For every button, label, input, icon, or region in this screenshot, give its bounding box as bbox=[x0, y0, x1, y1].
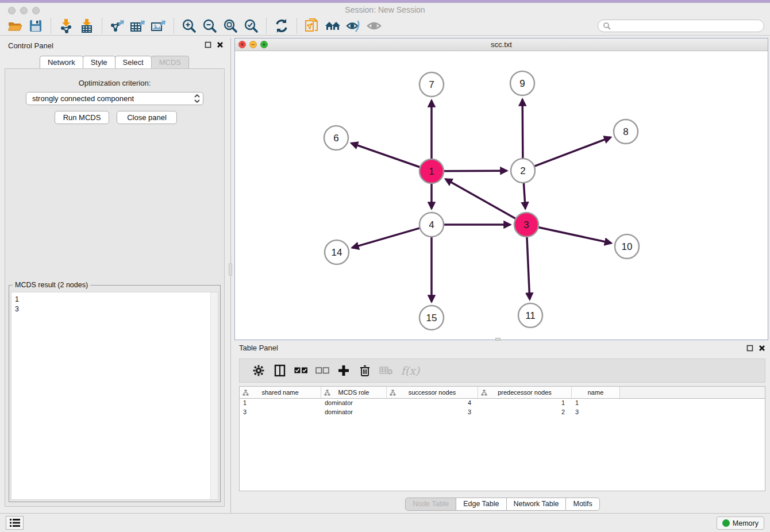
column-header-name[interactable]: name bbox=[572, 387, 620, 398]
close-panel-button[interactable]: Close panel bbox=[117, 111, 177, 124]
show-graphics-details-button[interactable] bbox=[364, 17, 384, 34]
graph-node-label: 7 bbox=[429, 79, 434, 90]
tab-edge-table[interactable]: Edge Table bbox=[456, 498, 506, 511]
clone-network-button[interactable] bbox=[302, 17, 322, 34]
import-network-icon bbox=[59, 18, 74, 33]
column-type-icon bbox=[242, 390, 249, 396]
import-table-button[interactable] bbox=[76, 17, 97, 34]
column-type-icon bbox=[390, 390, 396, 396]
export-network-button[interactable] bbox=[107, 17, 128, 34]
houses-icon bbox=[324, 19, 341, 33]
unchecked-boxes-icon bbox=[315, 367, 329, 374]
mcds-result-textarea[interactable]: 1 3 bbox=[11, 292, 218, 500]
cell-predecessor-nodes[interactable]: 2 bbox=[478, 408, 572, 417]
hide-graphics-details-button[interactable] bbox=[343, 17, 364, 34]
tab-select[interactable]: Select bbox=[115, 56, 152, 70]
cell-mcds-role[interactable]: dominator bbox=[321, 399, 387, 408]
function-builder-button-disabled: f(x) bbox=[396, 361, 424, 380]
graph-edge-2-8[interactable] bbox=[535, 137, 611, 166]
network-canvas[interactable]: 1234678910111415 bbox=[235, 51, 768, 340]
cell-mcds-role[interactable]: dominator bbox=[321, 408, 387, 417]
table-panel-title: Table Panel bbox=[239, 344, 278, 352]
graph-edge-1-2[interactable] bbox=[444, 171, 507, 171]
export-table-icon bbox=[130, 18, 146, 33]
open-folder-icon bbox=[7, 19, 22, 33]
graph-edge-4-14[interactable] bbox=[352, 228, 419, 248]
toolbar-separator bbox=[174, 18, 174, 33]
open-session-button[interactable] bbox=[5, 17, 25, 34]
graph-edge-2-9[interactable] bbox=[522, 99, 523, 158]
cell-successor-nodes[interactable]: 4 bbox=[387, 399, 478, 408]
zoom-in-button[interactable] bbox=[179, 17, 199, 34]
float-panel-icon[interactable] bbox=[746, 345, 753, 352]
toolbar-separator bbox=[266, 18, 267, 33]
export-image-button[interactable] bbox=[148, 17, 169, 34]
unselect-all-columns-button[interactable] bbox=[311, 361, 333, 380]
tab-network-table[interactable]: Network Table bbox=[506, 498, 567, 511]
eye-slash-icon bbox=[345, 19, 361, 33]
close-panel-icon[interactable] bbox=[759, 345, 765, 352]
table-row[interactable]: 3 dominator 3 2 3 bbox=[240, 408, 765, 417]
table-settings-button[interactable] bbox=[248, 361, 269, 380]
graph-edge-2-3[interactable] bbox=[523, 183, 525, 209]
delete-column-button[interactable] bbox=[354, 361, 375, 380]
graph-node-label: 1 bbox=[429, 166, 434, 177]
column-header-mcds-role[interactable]: MCDS role bbox=[321, 387, 387, 398]
panel-divider-handle[interactable] bbox=[229, 263, 232, 276]
graph-edge-3-11[interactable] bbox=[527, 237, 530, 299]
eye-icon bbox=[366, 20, 382, 32]
checked-boxes-icon bbox=[294, 367, 308, 374]
table-row[interactable]: 1 dominator 4 1 1 bbox=[240, 399, 765, 408]
tab-motifs[interactable]: Motifs bbox=[565, 498, 599, 511]
zoom-out-button[interactable] bbox=[199, 17, 220, 34]
close-panel-icon[interactable] bbox=[217, 41, 224, 48]
create-column-button[interactable] bbox=[333, 361, 354, 380]
table-toolbar: f(x) bbox=[239, 358, 765, 383]
cell-successor-nodes[interactable]: 3 bbox=[387, 408, 478, 417]
list-icon bbox=[10, 519, 20, 527]
apply-style-button[interactable] bbox=[271, 17, 292, 34]
result-scrollbar[interactable] bbox=[210, 292, 218, 499]
plus-icon bbox=[338, 365, 349, 376]
network-search-input[interactable] bbox=[598, 20, 764, 32]
columns-icon bbox=[274, 364, 286, 377]
float-panel-icon[interactable] bbox=[205, 41, 211, 48]
window-resize-handle[interactable] bbox=[495, 338, 500, 341]
column-header-successor-nodes[interactable]: successor nodes bbox=[387, 387, 478, 398]
control-panel: Control Panel Network Style Select MCDS … bbox=[0, 38, 228, 508]
tab-network[interactable]: Network bbox=[40, 56, 83, 70]
cell-shared-name[interactable]: 3 bbox=[240, 408, 321, 417]
app-window-title: Session: New Session bbox=[0, 5, 770, 14]
graph-node-label: 9 bbox=[519, 78, 525, 89]
tab-style[interactable]: Style bbox=[83, 56, 116, 70]
save-session-button[interactable] bbox=[25, 17, 46, 34]
task-history-button[interactable] bbox=[6, 516, 24, 530]
import-network-button[interactable] bbox=[56, 17, 76, 34]
graph-edge-3-10[interactable] bbox=[538, 228, 611, 243]
export-image-icon bbox=[151, 18, 167, 33]
zoom-fit-button[interactable] bbox=[220, 17, 241, 34]
optimization-criterion-select[interactable]: strongly connected component bbox=[26, 92, 203, 105]
tab-node-table[interactable]: Node Table bbox=[405, 498, 456, 511]
show-column-panel-button[interactable] bbox=[269, 361, 290, 380]
import-table-icon bbox=[79, 18, 94, 33]
network-window-titlebar[interactable]: × − + scc.txt bbox=[235, 38, 768, 51]
tab-mcds[interactable]: MCDS bbox=[151, 56, 189, 70]
column-header-shared-name[interactable]: shared name bbox=[240, 387, 321, 398]
zoom-selected-button[interactable] bbox=[241, 17, 261, 34]
delete-table-button-disabled bbox=[375, 361, 396, 380]
cell-name[interactable]: 3 bbox=[572, 408, 620, 417]
export-table-button[interactable] bbox=[128, 17, 148, 34]
cell-name[interactable]: 1 bbox=[572, 399, 620, 408]
graph-edge-1-6[interactable] bbox=[351, 143, 419, 167]
graph-edge-3-1[interactable] bbox=[445, 179, 515, 218]
cell-shared-name[interactable]: 1 bbox=[240, 399, 321, 408]
run-mcds-button[interactable]: Run MCDS bbox=[55, 111, 109, 124]
optimization-criterion-label: Optimization criterion: bbox=[5, 79, 224, 87]
column-header-predecessor-nodes[interactable]: predecessor nodes bbox=[478, 387, 572, 398]
cell-predecessor-nodes[interactable]: 1 bbox=[478, 399, 572, 408]
memory-button[interactable]: Memory bbox=[717, 516, 764, 530]
select-all-columns-button[interactable] bbox=[290, 361, 311, 380]
fx-icon: f(x) bbox=[401, 364, 420, 377]
home-view-button[interactable] bbox=[322, 17, 343, 34]
